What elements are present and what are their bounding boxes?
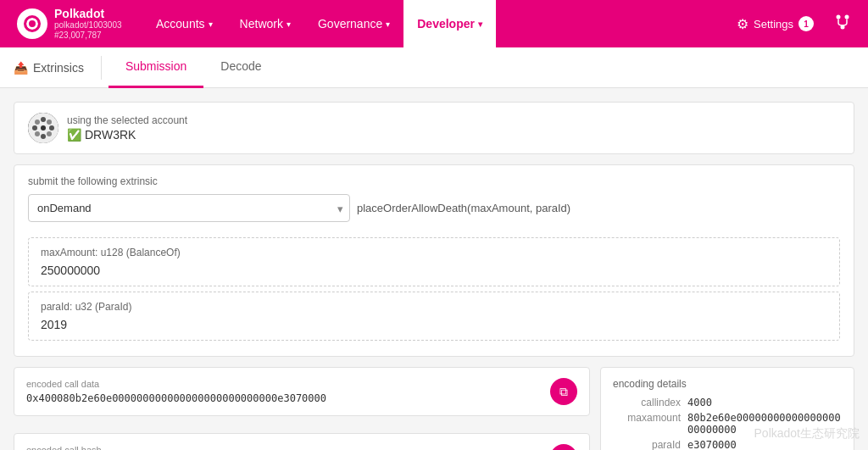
extrinsics-text: Extrinsics [33, 61, 84, 75]
developer-arrow: ▾ [478, 19, 482, 29]
module-select-wrapper: onDemand ▾ [28, 194, 350, 222]
settings-label: Settings [754, 18, 793, 31]
param-maxamount: maxAmount: u128 (BalanceOf) 250000000 [28, 237, 840, 286]
svg-point-5 [41, 134, 46, 139]
encoding-paraid-val: e3070000 [687, 439, 737, 450]
extrinsics-icon: 📤 [14, 61, 28, 75]
encoding-maxamount-val: 80b2e60e0000000000000000000000000 [687, 412, 842, 436]
params-wrapper: maxAmount: u128 (BalanceOf) 250000000 pa… [14, 237, 854, 356]
check-icon: ✅ [67, 128, 81, 142]
svg-point-10 [35, 131, 40, 136]
encoding-title: encoding details [613, 378, 842, 390]
param-maxamount-value: 250000000 [41, 264, 827, 277]
svg-point-12 [41, 125, 46, 131]
account-section: using the selected account ✅ DRW3RK [14, 102, 854, 154]
encoded-hash-row: encoded call hash 0x5342632f396befe17b03… [26, 444, 577, 450]
call-label: placeOrderAllowDeath(maxAmount, paraId) [357, 202, 570, 214]
nav-accounts[interactable]: Accounts ▾ [142, 0, 226, 47]
encoded-call-content: encoded call data 0x400080b2e60e00000000… [26, 379, 543, 404]
tab-area: Submission Decode [108, 47, 279, 88]
copy-hash-button[interactable]: ⧉ [550, 444, 577, 450]
copy-call-icon: ⧉ [559, 385, 568, 399]
svg-point-7 [49, 125, 54, 131]
svg-point-1 [845, 14, 849, 19]
chain-name: Polkadot [54, 7, 122, 21]
param-paraid: paraId: u32 (ParaId) 2019 [28, 292, 840, 341]
svg-point-8 [35, 119, 40, 125]
svg-point-4 [41, 117, 46, 122]
form-section: submit the following extrinsic onDemand … [14, 164, 854, 357]
nav-governance[interactable]: Governance ▾ [304, 0, 403, 47]
encoded-call-row: encoded call data 0x400080b2e60e00000000… [26, 378, 577, 405]
account-avatar [28, 113, 58, 143]
encoded-hash-section: encoded call hash 0x5342632f396befe17b03… [14, 433, 590, 450]
nav-network[interactable]: Network ▾ [226, 0, 304, 47]
encoding-details: encoding details callindex 4000 maxamoun… [600, 367, 854, 450]
encoded-call-section: encoded call data 0x400080b2e60e00000000… [14, 367, 590, 416]
extrinsics-label: 📤 Extrinsics [14, 61, 94, 75]
encoding-maxamount: maxamount 80b2e60e0000000000000000000000… [613, 412, 842, 436]
logo-area[interactable]: Polkadot polkadot/1003003 #23,007,787 [7, 7, 142, 42]
gear-icon: ⚙ [737, 16, 748, 32]
subtitle-bar: 📤 Extrinsics Submission Decode [0, 47, 868, 88]
logo-icon [17, 8, 47, 39]
encoded-call-label: encoded call data [26, 379, 543, 389]
svg-point-11 [47, 131, 52, 136]
tab-divider [101, 56, 102, 80]
form-row: onDemand ▾ placeOrderAllowDeath(maxAmoun… [28, 194, 840, 222]
bottom-area: encoded call data 0x400080b2e60e00000000… [14, 367, 854, 450]
encoding-paraid: paraId e3070000 [613, 439, 842, 450]
svg-point-9 [47, 119, 52, 125]
accounts-arrow: ▾ [209, 19, 213, 29]
copy-call-button[interactable]: ⧉ [550, 378, 577, 405]
encoded-call-value: 0x400080b2e60e00000000000000000000000000… [26, 392, 543, 404]
encoded-left: encoded call data 0x400080b2e60e00000000… [14, 367, 590, 450]
encoding-callindex-val: 4000 [687, 397, 712, 408]
param-maxamount-type: maxAmount: u128 (BalanceOf) [41, 247, 827, 258]
param-paraid-type: paraId: u32 (ParaId) [41, 301, 827, 313]
svg-point-6 [32, 125, 37, 131]
network-arrow: ▾ [287, 19, 291, 29]
governance-arrow: ▾ [386, 19, 390, 29]
encoding-paraid-key: paraId [613, 439, 681, 450]
tab-decode[interactable]: Decode [203, 47, 278, 88]
chain-meta: polkadot/1003003 [54, 20, 122, 31]
top-navigation: Polkadot polkadot/1003003 #23,007,787 Ac… [0, 0, 868, 47]
chain-block: #23,007,787 [54, 31, 122, 41]
account-name: ✅ DRW3RK [67, 128, 187, 142]
encoding-callindex: callindex 4000 [613, 397, 842, 408]
nav-developer[interactable]: Developer ▾ [403, 0, 496, 47]
tab-submission[interactable]: Submission [108, 47, 203, 88]
encoded-hash-content: encoded call hash 0x5342632f396befe17b03… [26, 445, 543, 450]
param-paraid-value: 2019 [41, 318, 827, 331]
encoded-hash-label: encoded call hash [26, 445, 543, 450]
module-select[interactable]: onDemand [28, 194, 350, 222]
account-label: using the selected account [67, 114, 187, 126]
svg-point-0 [837, 14, 841, 19]
fork-icon[interactable] [824, 14, 861, 35]
encoding-maxamount-key: maxamount [613, 412, 681, 436]
encoding-callindex-key: callindex [613, 397, 681, 408]
settings-badge: 1 [798, 16, 814, 31]
form-header: submit the following extrinsic [28, 175, 840, 187]
main-content: using the selected account ✅ DRW3RK subm… [0, 88, 868, 450]
settings-area[interactable]: ⚙ Settings 1 [726, 16, 824, 32]
account-info: using the selected account ✅ DRW3RK [67, 114, 187, 142]
